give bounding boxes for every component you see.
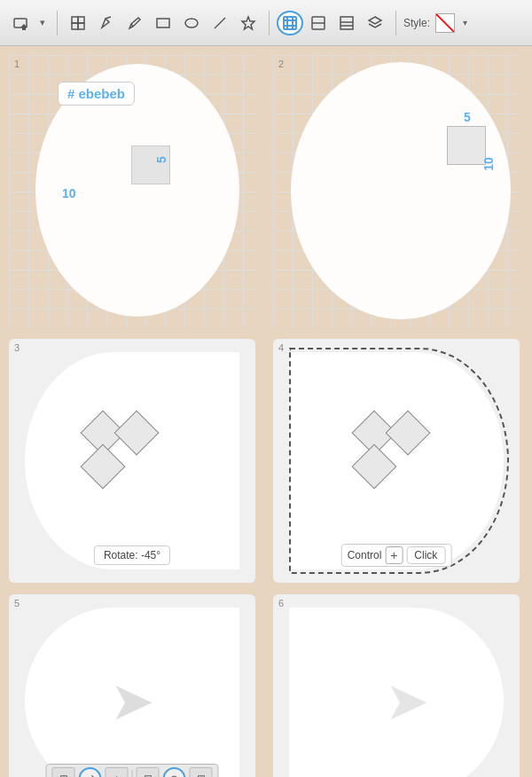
frame-btn[interactable]: [277, 11, 303, 35]
svg-point-9: [185, 19, 198, 27]
zoom-fit-btn[interactable]: [305, 11, 332, 35]
panel-1-label: 1: [14, 59, 20, 69]
plus-icon: +: [385, 546, 403, 564]
p2-dim10: 10: [481, 157, 496, 171]
panel-3: 3 Rotate: -45°: [9, 339, 255, 583]
panel-4-label: 4: [278, 342, 284, 353]
p5-btn3: ↕: [106, 767, 129, 777]
bitmap-btn[interactable]: [65, 11, 91, 35]
p5-sep: [132, 770, 133, 777]
big-arrow-6: ➤: [385, 670, 429, 732]
style-label: Style:: [403, 17, 430, 29]
big-arrow-5: ➤: [110, 670, 154, 732]
style-dropdown[interactable]: ▾: [458, 11, 471, 35]
panel-2-label: 2: [278, 59, 284, 69]
shape-tools: ▾: [7, 11, 50, 35]
ellipse-btn[interactable]: [178, 11, 205, 35]
p5-btn2-circle[interactable]: ⇄: [79, 767, 102, 777]
p2-highlight-rect: [447, 126, 486, 165]
p1-dim5: 5: [154, 156, 168, 163]
rect-select-btn[interactable]: [7, 11, 34, 35]
svg-line-22: [436, 14, 454, 32]
canvas: # ebebeb 5 10 1 5 10 2 3 Rotate: -45° 4: [0, 46, 532, 777]
line-btn[interactable]: [207, 11, 233, 35]
layers-btn[interactable]: [362, 11, 388, 35]
dropdown-btn[interactable]: ▾: [35, 11, 50, 35]
control-bar: Control + Click: [341, 544, 452, 567]
svg-line-6: [106, 17, 111, 19]
click-button[interactable]: Click: [406, 546, 445, 564]
panel-4: 4 Control + Click: [273, 339, 520, 583]
color-tag: # ebebeb: [58, 82, 135, 106]
pen-btn[interactable]: [93, 11, 120, 35]
grid-btn[interactable]: [333, 11, 360, 35]
svg-rect-19: [340, 17, 353, 29]
control-label: Control: [348, 549, 382, 561]
svg-rect-8: [157, 19, 169, 27]
panel-2-oval: [291, 62, 511, 319]
panel-1: # ebebeb 5 10 1: [9, 55, 255, 328]
panel-5: 5 ➤ ⊞ ⇄ ↕ ⊡ ⊕ ⊞: [9, 594, 255, 777]
panel-5-shape: ➤: [25, 608, 239, 777]
p1-highlight-rect: [131, 145, 170, 184]
panel-5-label: 5: [14, 598, 20, 608]
panel-2: 5 10 2: [273, 55, 520, 328]
svg-rect-5: [78, 23, 84, 29]
draw-tools: [65, 11, 262, 35]
p1-dim10: 10: [62, 186, 76, 200]
panel-4-shape: [289, 352, 504, 569]
style-box[interactable]: [435, 13, 455, 33]
view-tools: [277, 11, 388, 35]
sep1: [57, 11, 58, 35]
p5-toolbar: ⊞ ⇄ ↕ ⊡ ⊕ ⊞: [46, 764, 219, 777]
svg-line-10: [215, 18, 225, 28]
svg-rect-3: [78, 17, 84, 23]
p5-btn4: ⊡: [137, 767, 160, 777]
sep2: [269, 11, 270, 35]
panel-6-label: 6: [278, 598, 284, 608]
svg-marker-11: [242, 17, 254, 29]
panel-3-shape: [25, 352, 239, 569]
pencil-btn[interactable]: [121, 11, 148, 35]
star-btn[interactable]: [235, 11, 262, 35]
svg-rect-2: [72, 17, 78, 23]
toolbar: ▾: [0, 0, 532, 46]
panel-6: 6 ➤: [273, 594, 520, 777]
p5-btn1: ⊞: [52, 767, 75, 777]
svg-rect-4: [72, 23, 78, 29]
p5-btn5-circle[interactable]: ⊕: [163, 767, 186, 777]
rotate-label: Rotate: -45°: [94, 545, 170, 565]
svg-rect-12: [284, 17, 296, 29]
rect-btn[interactable]: [150, 11, 176, 35]
panel-3-label: 3: [14, 342, 20, 353]
sep3: [395, 11, 396, 35]
p2-dim5: 5: [464, 110, 471, 124]
svg-line-7: [131, 24, 133, 27]
panel-6-shape: ➤: [289, 608, 504, 777]
p5-btn6: ⊞: [190, 767, 213, 777]
